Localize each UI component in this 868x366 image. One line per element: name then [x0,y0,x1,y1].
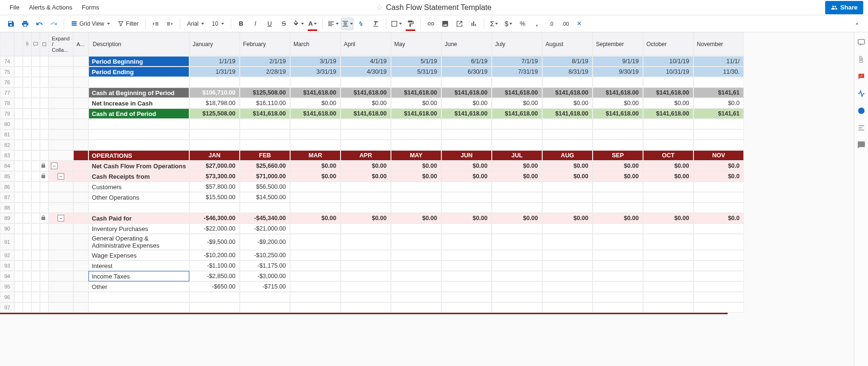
expand-cell[interactable] [49,140,73,150]
cell[interactable]: $0.00 [643,161,693,171]
strikethrough-button[interactable]: S [278,18,290,30]
cell[interactable]: $0.00 [492,161,542,171]
cell[interactable]: $141,618.00 [441,87,492,98]
rownum[interactable]: 97 [0,302,14,313]
cell[interactable]: $0.00 [290,171,341,182]
cell[interactable] [542,223,593,234]
cell[interactable] [593,223,643,234]
cell[interactable] [643,281,693,292]
cell[interactable]: -$1,175.00 [240,260,290,271]
month-abbr[interactable]: MAR [290,150,341,161]
menu-forms[interactable]: Forms [77,1,104,14]
cell[interactable]: 2/1/19 [240,56,290,67]
cell[interactable] [693,271,744,281]
cell[interactable]: $0.00 [492,98,542,108]
cell[interactable]: $0.00 [643,98,693,108]
month-abbr[interactable]: MAY [391,150,441,161]
cell[interactable] [643,182,693,192]
row-label[interactable]: Net Increase in Cash [88,98,189,108]
month-abbr[interactable]: OCT [643,150,693,161]
cell[interactable] [593,192,643,202]
row-label[interactable]: Period Beginning [88,56,189,67]
cell[interactable]: $0.00 [391,171,441,182]
cell[interactable]: $0.00 [593,161,643,171]
cell[interactable] [492,192,542,202]
wrap-text-button[interactable] [355,18,368,30]
lock-cell[interactable] [40,161,49,171]
borders-button[interactable] [390,18,402,30]
cell[interactable] [290,182,341,192]
cell[interactable]: -$21,000.00 [240,223,290,234]
cell[interactable]: $141,618.00 [643,108,693,119]
cell[interactable]: 4/1/19 [341,56,391,67]
rownum[interactable]: 82 [0,140,14,150]
cell[interactable]: 8/31/19 [542,67,593,77]
collapse-toggle[interactable]: − [58,215,64,222]
indent-button[interactable] [164,18,176,30]
cell[interactable]: $125,508.00 [189,108,240,119]
cell[interactable]: $0.00 [542,213,593,223]
cell[interactable]: $141,618.00 [542,108,593,119]
cell[interactable]: $0.00 [441,213,492,223]
cell[interactable]: 3/1/19 [290,56,341,67]
lock-cell[interactable] [40,260,49,271]
cell[interactable]: $0.00 [593,171,643,182]
cell[interactable] [441,271,492,281]
cell[interactable]: $0.00 [542,161,593,171]
expand-cell[interactable] [49,260,73,271]
lock-cell[interactable] [40,213,49,223]
cell[interactable]: -$9,500.00 [189,234,240,250]
cell[interactable] [441,260,492,271]
print-button[interactable] [19,18,31,30]
cell[interactable]: $141,618.00 [341,87,391,98]
cell[interactable] [391,281,441,292]
cell[interactable]: $141,618.00 [441,108,492,119]
lock-cell[interactable] [40,182,49,192]
rownum[interactable]: 95 [0,281,14,292]
cell[interactable] [643,234,693,250]
month-abbr[interactable]: FEB [240,150,290,161]
expand-cell[interactable] [49,271,73,281]
expand-cell[interactable] [49,87,73,98]
cell[interactable] [643,223,693,234]
fill-color-button[interactable] [292,18,304,30]
cell[interactable] [492,271,542,281]
cell[interactable]: $0.0 [693,213,744,223]
lock-cell[interactable] [40,98,49,108]
row-label[interactable]: General Operating & Administrative Expen… [88,234,189,250]
cell[interactable]: 1/1/19 [189,56,240,67]
cell[interactable]: $0.00 [391,213,441,223]
cell[interactable]: 4/30/19 [341,67,391,77]
cell[interactable]: $141,618.00 [643,87,693,98]
expand-cell[interactable] [49,182,73,192]
chart-button[interactable] [468,18,480,30]
cell[interactable] [593,234,643,250]
col-july[interactable]: July [492,32,542,56]
col-rownum[interactable] [0,32,14,56]
cell[interactable] [391,250,441,260]
month-abbr[interactable]: AUG [542,150,593,161]
cell[interactable] [341,281,391,292]
cell[interactable] [593,250,643,260]
rownum[interactable]: 85 [0,171,14,182]
cell[interactable] [643,250,693,260]
cell[interactable] [693,250,744,260]
align-left-button[interactable] [327,18,339,30]
cell[interactable]: 3/31/19 [290,67,341,77]
expand-cell[interactable]: − [49,171,73,182]
month-abbr[interactable]: NOV [693,150,744,161]
cell[interactable]: $0.00 [341,98,391,108]
rownum[interactable]: 92 [0,250,14,260]
expand-cell[interactable] [49,129,73,140]
cell[interactable]: 5/1/19 [391,56,441,67]
row-label[interactable]: Cash at End of Period [88,108,189,119]
col-narrow-1[interactable] [14,32,23,56]
lock-cell[interactable] [40,171,49,182]
cell[interactable] [290,271,341,281]
cell[interactable] [290,234,341,250]
save-button[interactable] [5,18,17,30]
cell[interactable]: -$1,100.00 [189,260,240,271]
cell[interactable] [391,223,441,234]
cell[interactable] [341,260,391,271]
cell[interactable] [441,192,492,202]
